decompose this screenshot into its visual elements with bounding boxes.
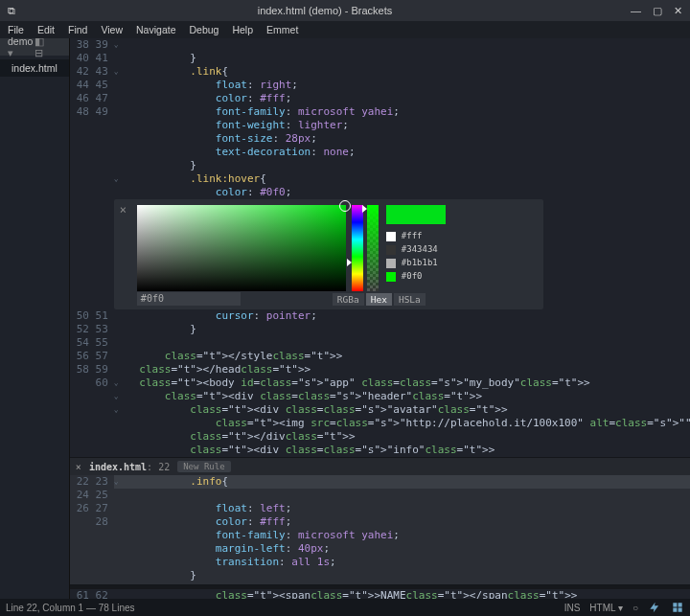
menu-file[interactable]: File	[8, 24, 24, 35]
menu-debug[interactable]: Debug	[189, 24, 218, 35]
live-preview-icon[interactable]	[648, 601, 661, 614]
editor-pane: ⚙ 38 39 40 41 42 43 44 45 46 47 48 49 ⌄ …	[70, 38, 690, 599]
alpha-handle[interactable]	[362, 205, 367, 213]
close-icon[interactable]: ×	[76, 462, 81, 472]
working-files: index.html	[0, 56, 69, 80]
swatch-label: #b1b1b1	[402, 258, 438, 267]
hue-handle[interactable]	[347, 259, 352, 266]
menu-help[interactable]: Help	[232, 24, 253, 35]
chevron-down-icon: ▾	[8, 47, 13, 58]
fold-gutter[interactable]: ⌄	[114, 475, 124, 569]
quick-edit-tab: ×index.html: 22New Rule	[70, 458, 690, 475]
code-area[interactable]: } .link{ float: right; color: #fff; font…	[114, 38, 690, 199]
close-icon[interactable]: ✕	[674, 5, 682, 17]
fold-gutter[interactable]: ⌄ ⌄ ⌄	[114, 38, 124, 199]
maximize-icon[interactable]: ▢	[653, 5, 662, 17]
gutter: 22 23 24 25 26 27 28	[70, 475, 114, 529]
insert-mode[interactable]: INS	[564, 603, 581, 613]
color-mode-group: RGBaHexHSLa	[333, 293, 426, 306]
fold-gutter[interactable]: ⌄ ⌄ ⌄	[114, 309, 124, 457]
extension-icon[interactable]	[671, 601, 684, 614]
color-mode-hsla[interactable]: HSLa	[394, 293, 426, 306]
gutter: 38 39 40 41 42 43 44 45 46 47 48 49	[70, 38, 114, 119]
gutter: 50 51 52 53 54 55 56 57 58 59 60	[70, 309, 114, 390]
color-mode-hex[interactable]: Hex	[366, 293, 392, 306]
cursor-position[interactable]: Line 22, Column 1 — 78 Lines	[6, 603, 135, 613]
quick-edit-file: index.html: 22	[89, 462, 170, 472]
language-mode[interactable]: HTML ▾	[589, 603, 623, 613]
new-rule-button[interactable]: New Rule	[177, 461, 230, 472]
code-area[interactable]: class="t"><spanclass="t">>NAMEclass="t">…	[114, 589, 690, 599]
color-mode-rgba[interactable]: RGBa	[333, 293, 364, 306]
sidebar: demo ▾ ◧ ⊟ index.html	[0, 38, 70, 599]
menu-view[interactable]: View	[101, 24, 123, 35]
swatch-label: #fff	[402, 231, 423, 240]
code-area[interactable]: cursor: pointer; } class="t"></styleclas…	[114, 309, 690, 457]
saturation-value-field[interactable]	[137, 205, 346, 291]
app-icon: ⧉	[0, 5, 19, 17]
color-preview	[386, 205, 446, 224]
color-swatch[interactable]	[386, 259, 396, 268]
menu-edit[interactable]: Edit	[37, 24, 55, 35]
menubar: File Edit Find View Navigate Debug Help …	[0, 21, 690, 38]
titlebar: ⧉ index.html (demo) - Brackets — ▢ ✕	[0, 0, 690, 21]
minimize-icon[interactable]: —	[631, 5, 641, 17]
split-view-icon[interactable]: ◧ ⊟	[34, 35, 60, 58]
inline-color-picker: ×#fff#343434#b1b1b1#0f0#0f0RGBaHexHSLa	[114, 199, 543, 309]
color-swatch[interactable]	[386, 245, 396, 255]
menu-navigate[interactable]: Navigate	[136, 24, 175, 35]
color-input[interactable]: #0f0	[137, 292, 241, 306]
color-swatch[interactable]	[386, 272, 396, 282]
file-item[interactable]: index.html	[0, 59, 69, 77]
menu-find[interactable]: Find	[68, 24, 87, 35]
hue-slider[interactable]	[352, 205, 363, 291]
swatch-label: #343434	[402, 244, 438, 254]
alpha-slider[interactable]	[367, 205, 379, 291]
gutter: 61 62 63 64 65 66	[70, 589, 114, 599]
window-title: index.html (demo) - Brackets	[19, 5, 631, 16]
swatch-label: #0f0	[402, 271, 423, 281]
color-cursor[interactable]	[339, 200, 351, 212]
statusbar: Line 22, Column 1 — 78 Lines INS HTML ▾ …	[0, 599, 690, 616]
code-area[interactable]: .info{ float: left; color: #fff; font-fa…	[114, 475, 690, 582]
current-line: .info{	[114, 475, 690, 489]
menu-emmet[interactable]: Emmet	[266, 24, 298, 35]
quick-edit-panel: ×index.html: 22New Rule22 23 24 25 26 27…	[70, 457, 690, 585]
color-swatch[interactable]	[386, 232, 396, 241]
close-icon[interactable]: ×	[120, 203, 126, 217]
project-dropdown[interactable]: demo ▾ ◧ ⊟	[0, 38, 69, 56]
status-spaces-icon[interactable]: ○	[632, 603, 638, 613]
